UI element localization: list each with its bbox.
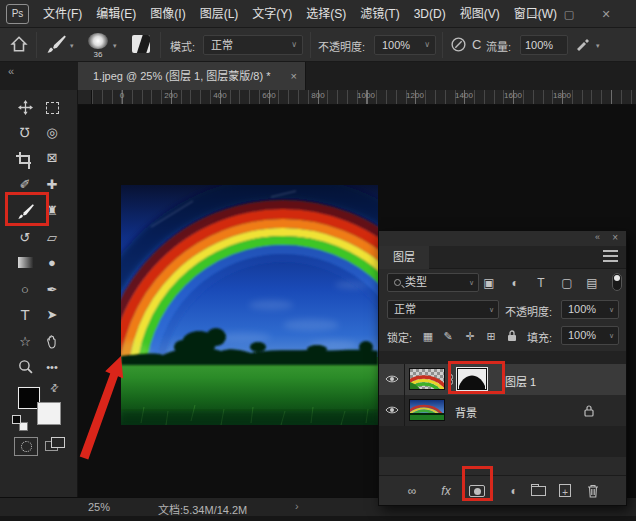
layer1-name[interactable]: 图层 1 [505, 373, 536, 389]
opacity-select[interactable]: 100% ∨ [374, 35, 436, 55]
default-colors-icon[interactable] [12, 415, 28, 431]
pressure-opacity-icon[interactable] [450, 36, 467, 55]
panel-menu-icon[interactable] [603, 250, 618, 262]
close-button[interactable]: ✕ [595, 6, 617, 22]
menu-file[interactable]: 文件(F) [43, 0, 82, 28]
hand-tool[interactable] [40, 330, 64, 354]
fill-label: 填充: [527, 329, 552, 345]
brush-picker-caret-icon[interactable]: ▾ [113, 42, 117, 50]
brush-preset-caret-icon[interactable]: ▾ [70, 42, 74, 50]
layer-style-button[interactable]: fx [435, 482, 457, 500]
lock-artboard-icon[interactable]: ⊞ [482, 327, 500, 345]
home-icon[interactable] [10, 35, 28, 55]
document-tab[interactable]: 1.jpeg @ 25% (图层 1, 图层蒙版/8) * × [78, 62, 306, 90]
eye-icon [385, 374, 399, 384]
adjustment-layer-button[interactable]: ◐ [503, 482, 525, 500]
gradient-tool[interactable] [13, 251, 37, 275]
menu-3d[interactable]: 3D(D) [414, 0, 446, 28]
shape-tool[interactable]: ☆ [13, 330, 37, 354]
frame-tool[interactable]: ⊠ [40, 146, 64, 170]
eraser-tool[interactable]: ▱ [40, 226, 64, 250]
quick-mask-mode-icon[interactable] [14, 437, 38, 456]
layer1-thumbnail[interactable] [409, 368, 445, 390]
filter-toggle-icon[interactable] [612, 273, 622, 291]
background-color-swatch[interactable] [37, 402, 61, 425]
filter-smart-objects-icon[interactable]: ▤ [582, 274, 602, 292]
lasso-tool[interactable]: ℧ [13, 121, 37, 145]
link-layers-button[interactable]: ∞ [401, 482, 423, 500]
more-tools-icon[interactable]: ••• [40, 355, 64, 379]
lock-position-icon[interactable]: ✛ [461, 327, 479, 345]
history-brush-tool[interactable]: ↺ [13, 226, 37, 250]
path-selection-tool[interactable]: ➤ [40, 303, 64, 327]
chevron-down-icon: ∨ [291, 36, 297, 54]
chevron-down-icon[interactable]: ▾ [596, 42, 600, 50]
smoothing-icon[interactable]: C [472, 37, 481, 52]
menu-type[interactable]: 文字(Y) [252, 0, 292, 28]
screen-mode-icon[interactable] [45, 437, 67, 456]
layer-row-background[interactable]: 背景 [379, 395, 626, 426]
background-thumbnail[interactable] [409, 399, 445, 421]
quick-selection-tool[interactable]: ◎ [40, 121, 64, 145]
chevron-down-icon: ∨ [609, 301, 614, 318]
lock-image-pixels-icon[interactable]: ✎ [439, 327, 457, 345]
move-tool[interactable] [13, 96, 37, 120]
lock-all-icon[interactable] [503, 329, 521, 347]
swap-colors-icon[interactable]: ⇄ [47, 381, 61, 395]
new-layer-button[interactable] [554, 482, 576, 500]
pen-tool[interactable]: ✒ [40, 278, 64, 302]
status-zoom-level[interactable]: 25% [88, 501, 110, 513]
layer-blend-mode-select[interactable]: 正常 ∨ [387, 300, 499, 319]
filter-shape-layers-icon[interactable]: ▢ [557, 274, 577, 292]
layer-visibility-toggle[interactable] [379, 364, 405, 395]
menu-filter[interactable]: 滤镜(T) [360, 0, 399, 28]
airbrush-icon[interactable] [574, 36, 590, 54]
layer-opacity-label: 不透明度: [505, 303, 552, 319]
menu-layer[interactable]: 图层(L) [200, 0, 239, 28]
brush-tool-preset-icon[interactable] [46, 34, 66, 56]
filter-pixel-layers-icon[interactable]: ▣ [479, 274, 499, 292]
layer-opacity-select[interactable]: 100% ∨ [561, 300, 619, 319]
lock-transparent-pixels-icon[interactable]: ▦ [419, 327, 437, 345]
crop-tool[interactable] [13, 146, 37, 170]
delete-layer-button[interactable] [582, 482, 604, 500]
toggle-brush-settings-icon[interactable] [132, 35, 150, 53]
menu-view[interactable]: 视图(V) [460, 0, 500, 28]
layers-panel-tab[interactable]: 图层 [379, 246, 429, 269]
dodge-tool[interactable]: ○ [13, 278, 37, 302]
minimize-button[interactable]: — [524, 6, 546, 22]
collapse-panel-icon[interactable]: « [595, 232, 600, 242]
filter-type-layers-icon[interactable]: T [531, 274, 551, 292]
flow-select[interactable]: 100% [520, 35, 568, 55]
menu-edit[interactable]: 编辑(E) [96, 0, 136, 28]
new-group-button[interactable] [527, 482, 549, 500]
status-chevron-icon[interactable]: › [295, 500, 299, 512]
chevron-down-icon: ∨ [469, 274, 474, 291]
marquee-tool[interactable] [40, 96, 64, 120]
tab-close-icon[interactable]: × [291, 62, 297, 90]
lock-row: 锁定: ▦ ✎ ✛ ⊞ 填充: 100% ∨ [379, 323, 626, 349]
blur-tool[interactable]: ● [40, 251, 64, 275]
layer-visibility-toggle[interactable] [379, 395, 405, 426]
menu-image[interactable]: 图像(I) [150, 0, 185, 28]
opacity-label: 不透明度: [318, 38, 365, 54]
tools-panel: ℧ ◎ ⊠ ✐ ✚ ♜ ↺ ▱ ● ○ ✒ T ➤ ☆ ••• ⇄ [0, 90, 78, 497]
collapse-panels-icon[interactable]: « [8, 65, 14, 77]
filter-adjustment-layers-icon[interactable]: ◐ [505, 274, 525, 292]
zoom-tool[interactable] [13, 355, 37, 379]
ruler-corner [78, 90, 92, 105]
blend-mode-select[interactable]: 正常 ∨ [203, 35, 303, 55]
hruler-label: 800 [311, 91, 324, 100]
menu-select[interactable]: 选择(S) [306, 0, 346, 28]
canvas-image-rainbow-landscape[interactable] [121, 185, 378, 425]
fill-select[interactable]: 100% ∨ [561, 326, 619, 345]
brush-tip-preview[interactable] [88, 33, 108, 49]
status-document-size: 文档:5.34M/14.2M [158, 501, 247, 517]
chevron-down-icon: ∨ [489, 301, 494, 318]
type-tool[interactable]: T [13, 303, 37, 327]
close-panel-icon[interactable]: × [612, 232, 618, 243]
background-layer-name[interactable]: 背景 [455, 404, 477, 420]
filter-type-select[interactable]: 类型 ∨ [387, 273, 479, 292]
photoshop-logo: Ps [6, 4, 29, 24]
maximize-button[interactable]: ▢ [558, 6, 580, 22]
